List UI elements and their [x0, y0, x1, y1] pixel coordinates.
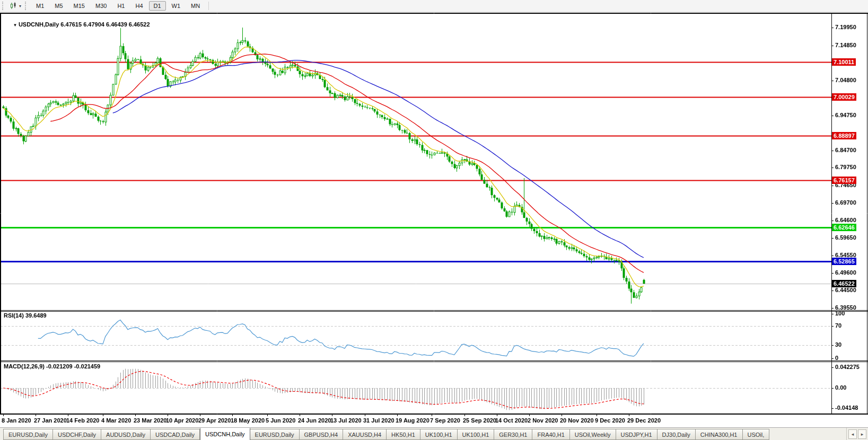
timeframe-toolbar: ▾ M1M5M15M30H1H4D1W1MN	[0, 0, 868, 12]
price-axis-tick: 7.04800	[835, 77, 856, 83]
chart-tab-gbpusd-h4[interactable]: GBPUSD,H4	[300, 429, 344, 440]
price-axis-tick: 6.79750	[835, 164, 856, 170]
level-price-badge: 6.88897	[832, 132, 856, 139]
chart-tab-china300-h1[interactable]: CHINA300,H1	[696, 429, 743, 440]
chevron-down-icon: ▾	[19, 4, 21, 8]
chart-tab-xauusd-h4[interactable]: XAUUSD,H4	[343, 429, 387, 440]
chart-tab-usdcad-daily[interactable]: USDCAD,Daily	[151, 429, 200, 440]
timeframe-button-h4[interactable]: H4	[130, 1, 147, 11]
date-axis-tick: 10 Apr 2020	[166, 417, 198, 424]
chart-tab-hk50-h1[interactable]: HK50,H1	[387, 429, 420, 440]
rsi-axis-tick: 0	[835, 355, 838, 361]
timeframe-button-h1[interactable]: H1	[112, 1, 129, 11]
date-axis-tick: 2 Nov 2020	[528, 417, 558, 424]
macd-indicator-label: MACD(12,26,9) -0.021209 -0.021459	[4, 363, 100, 369]
tab-scroll-right-icon[interactable]: ▸	[858, 429, 866, 439]
timeframe-button-m15[interactable]: M15	[69, 1, 90, 11]
timeframe-button-m5[interactable]: M5	[50, 1, 67, 11]
tab-scroll-left-icon[interactable]: ◂	[848, 429, 857, 439]
macd-axis-tick: 0.042275	[835, 364, 860, 370]
level-price-badge: 6.52865	[832, 258, 856, 265]
price-axis-tick: 6.59650	[835, 234, 856, 241]
date-axis-tick: 23 Mar 2020	[134, 417, 166, 424]
chart-tab-usdchf-daily[interactable]: USDCHF,Daily	[53, 429, 101, 440]
date-axis-tick: 8 Jan 2020	[2, 417, 31, 424]
timeframe-button-m1[interactable]: M1	[31, 1, 49, 11]
timeframe-buttons: M1M5M15M30H1H4D1W1MN	[31, 1, 205, 11]
chart-symbol-label: USDCNH,Daily	[19, 21, 59, 28]
date-axis-tick: 27 Jan 2020	[34, 417, 67, 424]
chart-tab-uk100-h1[interactable]: UK100,H1	[420, 429, 458, 440]
date-axis-tick: 29 Apr 2020	[198, 417, 231, 424]
toolbar-grip[interactable]	[2, 2, 6, 10]
macd-axis-tick: -0.04148	[835, 404, 858, 411]
tab-scroll-controls: ◂ ▸	[846, 428, 868, 440]
timeframe-button-w1[interactable]: W1	[167, 1, 186, 11]
price-axis-tick: 7.14850	[835, 42, 856, 48]
price-axis-tick: 6.44500	[835, 287, 856, 293]
date-axis-tick: 9 Dec 2020	[595, 417, 625, 424]
level-price-badge: 6.76157	[832, 177, 856, 184]
date-axis-tick: 14 Oct 2020	[495, 417, 528, 424]
date-axis-tick: 19 Aug 2020	[396, 417, 429, 424]
timeframe-button-d1[interactable]: D1	[149, 1, 166, 11]
chart-title: ▾USDCNH,Daily 6.47615 6.47904 6.46439 6.…	[4, 15, 150, 34]
current-price-badge: 6.46522	[832, 280, 856, 287]
rsi-axis-tick: 100	[835, 310, 845, 316]
chart-cursor-icon[interactable]: ▾	[8, 2, 23, 10]
price-axis-tick: 6.84700	[835, 147, 856, 153]
chart-tabs: EURUSD,DailyUSDCHF,DailyAUDUSD,DailyUSDC…	[0, 428, 868, 440]
level-price-badge: 6.62646	[832, 224, 856, 231]
chart-tab-usoil-[interactable]: USOil,	[743, 429, 770, 440]
chart-tab-bar: EURUSD,DailyUSDCHF,DailyAUDUSD,DailyUSDC…	[0, 427, 868, 440]
price-axis-tick: 6.49600	[835, 269, 856, 276]
price-axis-tick: 6.64600	[835, 217, 856, 223]
date-axis-tick: 14 Feb 2020	[66, 417, 99, 424]
date-axis-tick: 13 Jul 2020	[330, 417, 362, 424]
timeframe-button-mn[interactable]: MN	[186, 1, 205, 11]
date-axis-tick: 29 Dec 2020	[627, 417, 661, 424]
rsi-indicator-label: RSI(14) 39.6489	[4, 312, 47, 319]
macd-axis-tick: 0.00	[835, 384, 846, 391]
chart-tab-audusd-daily[interactable]: AUDUSD,Daily	[101, 429, 151, 440]
chart-window: ▾USDCNH,Daily 6.47615 6.47904 6.46439 6.…	[0, 13, 868, 427]
level-price-badge: 7.00029	[832, 93, 856, 101]
toolbar-grip[interactable]	[25, 2, 29, 10]
candlestick-icon	[10, 2, 18, 10]
date-axis-tick: 4 Mar 2020	[101, 417, 131, 424]
rsi-axis-tick: 70	[835, 322, 841, 329]
chart-tab-uk100-h1[interactable]: UK100,H1	[458, 429, 495, 440]
chart-tab-eurusd-daily[interactable]: EURUSD,Daily	[250, 429, 300, 440]
date-axis-tick: 24 Jun 2020	[298, 417, 331, 424]
chart-tab-eurusd-daily[interactable]: EURUSD,Daily	[3, 429, 53, 440]
price-chart-canvas[interactable]	[0, 13, 868, 427]
timeframe-button-m30[interactable]: M30	[91, 1, 111, 11]
chart-tab-ger30-h1[interactable]: GER30,H1	[494, 429, 532, 440]
chart-tab-dj30-daily[interactable]: DJ30,Daily	[657, 429, 696, 440]
collapse-arrow-icon[interactable]: ▾	[14, 22, 16, 28]
toolbar-divider	[208, 2, 209, 10]
date-axis-tick: 18 May 2020	[231, 417, 265, 424]
level-price-badge: 7.10011	[832, 58, 856, 66]
chart-tab-usoil-weekly[interactable]: USOil,Weekly	[570, 429, 616, 440]
chart-tab-fra40-h1[interactable]: FRA40,H1	[532, 429, 569, 440]
chart-tab-usdcnh-daily[interactable]: USDCNH,Daily	[200, 428, 250, 440]
date-axis-tick: 5 Jun 2020	[266, 417, 295, 424]
date-axis-tick: 31 Jul 2020	[363, 417, 394, 424]
price-axis-tick: 6.69700	[835, 199, 856, 206]
date-axis-tick: 20 Nov 2020	[560, 417, 594, 424]
date-axis-tick: 25 Sep 2020	[463, 417, 496, 424]
trading-app-window: ▾ M1M5M15M30H1H4D1W1MN ▾USDCNH,Daily 6.4…	[0, 0, 868, 440]
rsi-axis-tick: 30	[835, 341, 841, 348]
price-axis-tick: 7.19950	[835, 24, 856, 30]
chart-tab-usdjpy-h1[interactable]: USDJPY,H1	[616, 429, 657, 440]
price-axis-tick: 6.94750	[835, 112, 856, 118]
chart-ohlc-values: 6.47615 6.47904 6.46439 6.46522	[60, 21, 150, 28]
date-axis-tick: 7 Sep 2020	[430, 417, 460, 424]
